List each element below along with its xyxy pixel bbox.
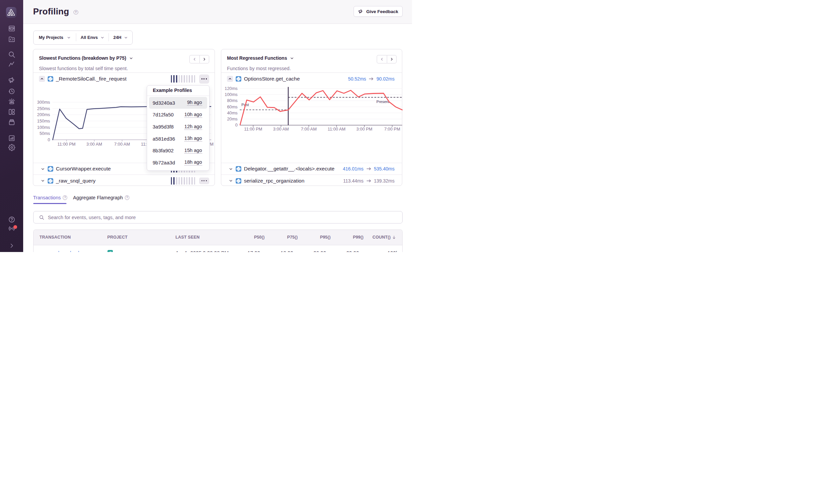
svg-text:20ms: 20ms bbox=[227, 116, 237, 121]
svg-text:11:00 PM: 11:00 PM bbox=[57, 141, 76, 146]
svg-text:100ms: 100ms bbox=[225, 92, 237, 97]
svg-text:250ms: 250ms bbox=[37, 106, 50, 111]
svg-text:3:00 AM: 3:00 AM bbox=[273, 127, 289, 132]
svg-text:100ms: 100ms bbox=[37, 124, 50, 130]
svg-text:3:00 AM: 3:00 AM bbox=[86, 141, 102, 146]
svg-text:11:00 PM: 11:00 PM bbox=[244, 127, 262, 132]
svg-text:300ms: 300ms bbox=[37, 100, 50, 105]
svg-text:150ms: 150ms bbox=[37, 118, 50, 123]
svg-text:11:00 AM: 11:00 AM bbox=[328, 127, 346, 132]
svg-text:3:00 PM: 3:00 PM bbox=[356, 127, 372, 132]
svg-text:80ms: 80ms bbox=[227, 98, 237, 103]
svg-text:120ms: 120ms bbox=[225, 86, 237, 91]
svg-text:7:00 PM: 7:00 PM bbox=[384, 127, 400, 132]
svg-text:40ms: 40ms bbox=[227, 110, 237, 115]
svg-text:200ms: 200ms bbox=[37, 112, 50, 117]
svg-text:0: 0 bbox=[235, 122, 237, 128]
svg-text:Present: Present bbox=[376, 100, 389, 104]
svg-text:60ms: 60ms bbox=[227, 104, 237, 109]
svg-text:7:00 AM: 7:00 AM bbox=[114, 141, 130, 146]
svg-text:0: 0 bbox=[48, 137, 50, 142]
svg-text:50ms: 50ms bbox=[40, 131, 50, 136]
svg-text:7:00 AM: 7:00 AM bbox=[301, 127, 317, 132]
